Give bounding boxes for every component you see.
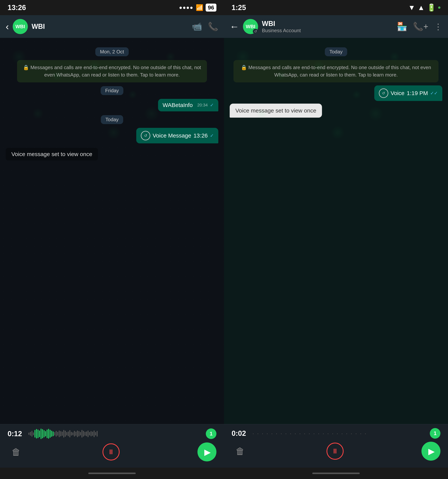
wave-bar (60, 431, 61, 436)
wave-bar (50, 430, 51, 438)
recorder-actions-left: 🗑 ⏸ ▶ (7, 442, 217, 461)
wave-bar (88, 431, 88, 437)
header-icons-left: 📹 📞 (192, 22, 218, 31)
wifi-icon-right: ▼ (408, 4, 415, 12)
recorder-bar-right: 0:02 · · · · · · · · · · · · · · · · · ·… (224, 424, 448, 468)
voice-bubble-right[interactable]: ↺ Voice 1:19 PM ✓✓ (374, 86, 442, 101)
pause-recording-button-left[interactable]: ⏸ (102, 443, 120, 460)
time-left: 13:26 (7, 4, 26, 12)
wave-bar (83, 431, 84, 437)
encryption-notice-right[interactable]: 🔒 Messages and calls are end-to-end encr… (233, 60, 439, 82)
voice-time-left: 13:26 (193, 132, 208, 139)
wave-bar (78, 431, 79, 436)
wave-bar (89, 432, 90, 435)
wave-bar (30, 432, 31, 436)
home-bar-left (88, 472, 136, 474)
view-once-bubble-right[interactable]: Voice message set to view once (230, 104, 322, 118)
date-badge-friday: Friday (6, 86, 218, 95)
wave-bar (97, 431, 98, 437)
video-call-icon-left[interactable]: 📹 (192, 22, 202, 31)
call-icon-left[interactable]: 📞 (208, 22, 218, 31)
header-info-left: WBI (32, 23, 188, 31)
view-once-icon-right: ↺ (379, 88, 388, 98)
date-badge-today-left: Today (6, 115, 218, 124)
wave-bar (53, 432, 54, 436)
header-icons-right: 🏪 📞+ ⋮ (397, 22, 442, 31)
waveform-left (28, 428, 202, 439)
voice-time-right: 1:19 PM (407, 90, 428, 96)
recorder-top-left: 0:12 (7, 428, 217, 439)
back-button-right[interactable]: ← (230, 21, 239, 32)
view-once-text-right: Voice message set to view once (235, 107, 316, 114)
send-recording-button-left[interactable]: ▶ (197, 442, 217, 461)
voice-sent-right: ↺ Voice 1:19 PM ✓✓ (230, 86, 442, 101)
bubble-wabetainfo[interactable]: WABetaInfo 20:34 ✓ (158, 99, 218, 111)
view-once-received-right: Voice message set to view once (230, 104, 442, 118)
battery-icon-right: 🔋 (427, 3, 436, 12)
wave-bar (31, 431, 32, 437)
message-time-wabetainfo: 20:34 (197, 103, 208, 107)
header-info-right: WBI Business Account (262, 20, 393, 33)
wave-bar (77, 431, 78, 437)
avatar-container-right: WBI ↺ (243, 19, 258, 34)
wave-bar (63, 430, 64, 438)
wave-dots-right: · · · · · · · · · · · · · · · · · · · · … (252, 430, 426, 437)
wave-bar (38, 430, 39, 438)
call-icon-right[interactable]: 📞+ (413, 22, 428, 31)
wave-bar (69, 430, 70, 437)
wave-bar (45, 431, 46, 436)
recorder-actions-right: 🗑 ⏸ ▶ (231, 442, 441, 461)
encryption-notice-left[interactable]: 🔒 Messages and calls are end-to-end encr… (17, 60, 207, 82)
pause-recording-button-right[interactable]: ⏸ (326, 443, 344, 460)
voice-bubble-left[interactable]: ↺ Voice Message 13:26 ✓ (136, 128, 218, 143)
wave-bar (41, 429, 41, 439)
recorder-bar-left: 0:12 (0, 424, 224, 468)
home-bar-right (312, 472, 360, 474)
wave-bar (75, 432, 76, 436)
voice-label-right: Voice (391, 90, 404, 96)
date-badge-oct: Mon, 2 Oct (6, 47, 218, 56)
back-button-left[interactable]: ‹ (6, 21, 9, 32)
sent-message-wabetainfo: WABetaInfo 20:34 ✓ (6, 99, 218, 111)
recorder-top-right: 0:02 · · · · · · · · · · · · · · · · · ·… (231, 428, 441, 439)
wave-bar (59, 431, 60, 437)
signal-icon-left: ●●●● (179, 5, 193, 11)
wave-bar (33, 432, 34, 435)
wave-bar (71, 432, 72, 436)
delete-recording-button-right[interactable]: 🗑 (231, 443, 249, 460)
wave-bar (51, 431, 52, 437)
recorder-count-right: 1 (430, 428, 441, 439)
wave-bar (66, 432, 67, 435)
wave-bar (62, 432, 63, 436)
wave-bar (68, 432, 69, 436)
contact-name-left[interactable]: WBI (32, 23, 188, 31)
message-text-wabetainfo: WABetaInfo (163, 102, 193, 108)
wave-bar (48, 429, 49, 439)
wave-bar (92, 432, 93, 436)
recorder-time-left: 0:12 (7, 430, 25, 438)
recorder-count-left: 1 (206, 428, 217, 439)
refresh-badge-right: ↺ (253, 29, 258, 34)
contact-name-right[interactable]: WBI (262, 20, 393, 28)
more-icon-right[interactable]: ⋮ (434, 22, 442, 31)
voice-message-sent: ↺ Voice Message 13:26 ✓ (6, 128, 218, 143)
chat-header-right: ← WBI ↺ WBI Business Account 🏪 📞+ ⋮ (224, 15, 448, 38)
status-icons-left: ●●●● 📶 96 (179, 4, 217, 12)
send-recording-button-right[interactable]: ▶ (421, 442, 441, 461)
wave-bar (54, 432, 55, 435)
tick-voice: ✓ (210, 133, 214, 138)
time-right: 1:25 (231, 4, 246, 12)
chat-body-right: Today 🔒 Messages and calls are end-to-en… (224, 38, 448, 424)
background-pattern-left (0, 38, 224, 424)
green-dot-right (438, 7, 441, 9)
view-once-info-left: Voice message set to view once (6, 146, 218, 162)
delete-recording-button-left[interactable]: 🗑 (7, 443, 25, 460)
wave-bar (36, 429, 37, 439)
status-bar-right: 1:25 ▼ ▲ 🔋 (224, 0, 448, 15)
chat-header-left: ‹ WBI WBI 📹 📞 (0, 15, 224, 38)
view-once-text-left: Voice message set to view once (6, 148, 98, 160)
avatar-left: WBI (13, 19, 28, 34)
wave-bar (34, 430, 35, 438)
battery-left: 96 (206, 4, 217, 12)
store-icon-right[interactable]: 🏪 (397, 22, 407, 31)
